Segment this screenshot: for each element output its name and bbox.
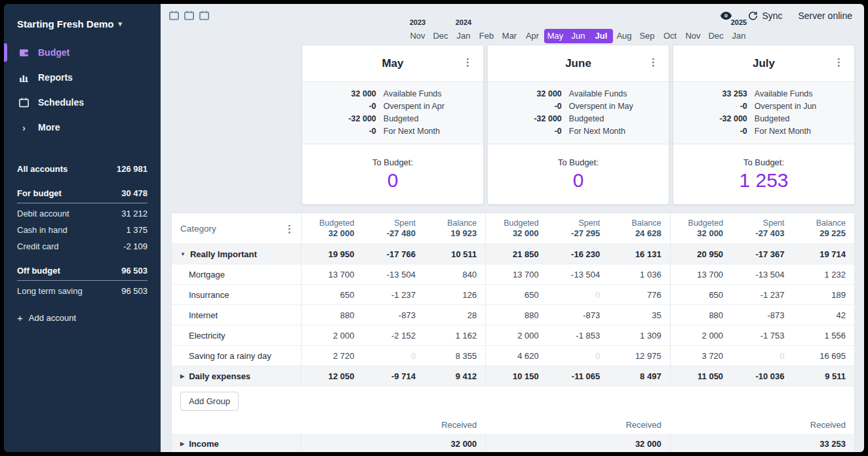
- month-nav-cell[interactable]: Dec: [705, 18, 728, 43]
- balance-cell[interactable]: 1 309: [608, 325, 669, 345]
- budget-file-switcher[interactable]: Starting Fresh Demo ▾: [4, 14, 161, 40]
- spent-cell[interactable]: -873: [363, 305, 424, 325]
- sync-button[interactable]: Sync: [748, 10, 782, 21]
- budgeted-cell[interactable]: 13 700: [302, 264, 363, 284]
- balance-cell[interactable]: 1 036: [608, 264, 669, 284]
- sidebar-item-budget[interactable]: Budget: [4, 40, 161, 65]
- balance-cell[interactable]: 776: [608, 285, 669, 304]
- privacy-eye-icon[interactable]: [720, 11, 732, 20]
- budgeted-cell[interactable]: 2 720: [302, 346, 363, 365]
- add-account-button[interactable]: + Add account: [17, 312, 148, 323]
- balance-cell[interactable]: 16 695: [793, 346, 854, 365]
- budgeted-cell[interactable]: 880: [302, 305, 363, 325]
- spent-cell[interactable]: -1 237: [732, 285, 793, 304]
- month-nav-cell[interactable]: Mar: [498, 18, 521, 43]
- account-row-debit[interactable]: Debit account 31 212: [17, 205, 148, 222]
- budgeted-cell[interactable]: 650: [671, 285, 732, 304]
- balance-cell[interactable]: 189: [793, 285, 854, 304]
- balance-cell[interactable]: 1 162: [424, 325, 485, 345]
- sidebar-item-reports[interactable]: Reports: [4, 65, 161, 90]
- to-budget-amount[interactable]: 1 253: [739, 169, 788, 192]
- spent-cell[interactable]: -13 504: [547, 264, 608, 284]
- balance-cell[interactable]: 28: [424, 305, 485, 325]
- to-budget-amount[interactable]: 0: [573, 169, 584, 192]
- budgeted-cell[interactable]: 880: [486, 305, 547, 325]
- three-month-view-icon[interactable]: [199, 10, 210, 21]
- month-nav-cell[interactable]: Oct: [659, 18, 682, 43]
- to-budget-amount[interactable]: 0: [387, 169, 399, 192]
- month-nav-cell[interactable]: Apr: [521, 18, 544, 43]
- balance-cell[interactable]: 12 975: [608, 346, 669, 365]
- month-menu-icon[interactable]: ⋮: [463, 57, 473, 67]
- month-nav-cell[interactable]: Nov: [682, 18, 705, 43]
- month-nav-cell-current[interactable]: Jul: [590, 18, 613, 43]
- spent-cell[interactable]: 0: [363, 346, 424, 365]
- one-month-view-icon[interactable]: [168, 10, 180, 21]
- all-accounts-row[interactable]: All accounts 126 981: [17, 161, 148, 177]
- spent-cell[interactable]: -1 853: [547, 325, 608, 345]
- category-name[interactable]: Mortgage: [172, 264, 301, 284]
- month-nav-cell[interactable]: 2023Nov: [406, 18, 429, 43]
- balance-cell[interactable]: 35: [608, 305, 669, 325]
- spent-cell[interactable]: -13 504: [363, 264, 424, 284]
- balance-cell[interactable]: 42: [793, 305, 854, 325]
- budgeted-cell[interactable]: 3 720: [671, 346, 732, 365]
- category-name[interactable]: Electricity: [172, 325, 301, 345]
- sidebar-item-schedules[interactable]: Schedules: [4, 90, 161, 115]
- spent-cell[interactable]: -873: [732, 305, 793, 325]
- server-status[interactable]: Server online: [799, 10, 853, 21]
- balance-cell[interactable]: 126: [424, 285, 485, 304]
- add-group-button[interactable]: Add Group: [180, 392, 239, 411]
- group-toggle[interactable]: ▶ Income: [172, 434, 301, 452]
- group-toggle[interactable]: ▼ Really Important: [172, 244, 301, 264]
- category-menu-icon[interactable]: ⋮: [285, 224, 294, 234]
- month-nav-cell-selected[interactable]: May: [544, 18, 567, 43]
- budgeted-cell[interactable]: 650: [302, 285, 363, 304]
- month-menu-icon[interactable]: ⋮: [834, 57, 844, 67]
- month-nav-cell[interactable]: Sep: [636, 18, 659, 43]
- spent-cell[interactable]: 0: [732, 346, 793, 365]
- account-row-cash[interactable]: Cash in hand 1 375: [17, 222, 148, 238]
- month-menu-icon[interactable]: ⋮: [648, 57, 658, 67]
- spent-cell[interactable]: -1 753: [732, 325, 793, 345]
- budgeted-cell[interactable]: 13 700: [671, 264, 732, 284]
- category-name[interactable]: Insurrance: [172, 285, 301, 304]
- for-budget-header-row[interactable]: For budget 30 478: [17, 185, 148, 203]
- summary-value: -32 000: [686, 114, 755, 123]
- spent-cell[interactable]: -873: [547, 305, 608, 325]
- budgeted-cell[interactable]: 2 000: [302, 325, 363, 345]
- income-received-cell[interactable]: 32 000: [486, 434, 669, 452]
- two-month-view-icon[interactable]: [184, 10, 195, 21]
- month-nav-cell[interactable]: Aug: [613, 18, 636, 43]
- income-received-cell[interactable]: 32 000: [302, 434, 485, 452]
- budgeted-cell[interactable]: 880: [671, 305, 732, 325]
- category-name[interactable]: Internet: [172, 305, 301, 325]
- balance-cell[interactable]: 1 556: [793, 325, 854, 345]
- sidebar-item-more[interactable]: › More: [4, 115, 161, 140]
- balance-cell[interactable]: 840: [424, 264, 485, 284]
- month-nav-cell[interactable]: 2025Jan: [728, 18, 751, 43]
- account-row-long-term-saving[interactable]: Long term saving 96 503: [17, 283, 148, 299]
- month-nav-cell-selected[interactable]: Jun: [567, 18, 590, 43]
- spent-cell[interactable]: -1 237: [363, 285, 424, 304]
- income-received-cell[interactable]: 33 253: [671, 434, 854, 452]
- spent-cell[interactable]: -2 152: [363, 325, 424, 345]
- balance-cell[interactable]: 8 355: [424, 346, 485, 365]
- spent-cell[interactable]: -13 504: [732, 264, 793, 284]
- month-nav-cell[interactable]: Dec: [429, 18, 452, 43]
- group-toggle[interactable]: ▶ Daily expenses: [172, 366, 301, 386]
- month-nav-cell[interactable]: 2024Jan: [452, 18, 475, 43]
- budgeted-cell[interactable]: 650: [486, 285, 547, 304]
- spent-cell[interactable]: 0: [547, 285, 608, 304]
- budgeted-cell[interactable]: 2 000: [486, 325, 547, 345]
- month-nav-cell[interactable]: Feb: [475, 18, 498, 43]
- balance-cell[interactable]: 1 232: [793, 264, 854, 284]
- category-name[interactable]: Saving for a rainy day: [172, 346, 301, 365]
- budgeted-cell[interactable]: 4 620: [486, 346, 547, 365]
- budgeted-cell[interactable]: 13 700: [486, 264, 547, 284]
- budgeted-cell[interactable]: 2 000: [671, 325, 732, 345]
- month-summary: 32 000Available Funds -0Overspent in Apr…: [302, 81, 483, 144]
- off-budget-header-row[interactable]: Off budget 96 503: [17, 262, 148, 281]
- account-row-credit-card[interactable]: Credit card -2 109: [17, 238, 148, 255]
- spent-cell[interactable]: 0: [547, 346, 608, 365]
